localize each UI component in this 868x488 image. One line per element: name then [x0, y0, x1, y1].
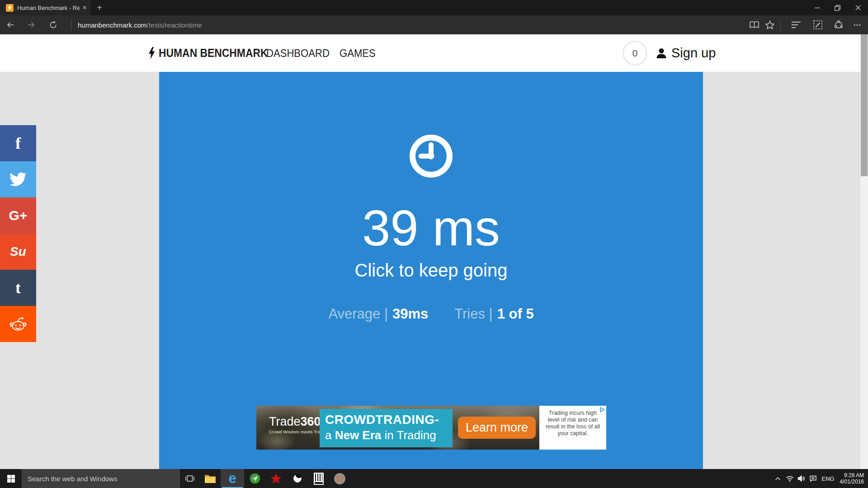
twitter-icon [9, 172, 27, 187]
new-tab-button[interactable]: + [90, 0, 108, 15]
edge-icon: e [228, 470, 236, 487]
share-facebook-button[interactable]: f [0, 125, 36, 161]
back-button[interactable] [3, 15, 18, 34]
nav-games[interactable]: GAMES [340, 34, 376, 72]
tray-clock[interactable]: 9:28 AM 4/01/2016 [837, 472, 868, 485]
share-twitter-button[interactable] [0, 161, 36, 197]
browser-tab[interactable]: Human Benchmark - Re ✕ [0, 0, 90, 15]
person-icon [656, 47, 667, 59]
chat-app-button[interactable] [329, 469, 350, 488]
page-scrollbar[interactable] [860, 34, 868, 469]
edge-taskbar-button[interactable]: e [221, 469, 244, 488]
address-bar: humanbenchmark.com/tests/reactiontime [0, 15, 868, 34]
volume-icon[interactable] [796, 469, 807, 488]
nav-dashboard[interactable]: DASHBOARD [266, 34, 330, 72]
clock-icon [159, 134, 703, 178]
refresh-button[interactable] [46, 15, 61, 34]
file-explorer-button[interactable] [200, 469, 221, 488]
more-actions-icon[interactable]: ••• [850, 15, 865, 34]
tumblr-icon: t [15, 280, 21, 296]
page-viewport: HUMAN BENCHMARK DASHBOARD GAMES 0 Sign u… [0, 34, 868, 469]
site-favicon-bolt-icon [6, 4, 14, 12]
share-reddit-button[interactable] [0, 306, 36, 342]
share-icon[interactable] [831, 15, 846, 34]
bolt-icon [148, 47, 156, 59]
tries-stat: Tries | 1 of 5 [454, 306, 533, 322]
star-app-button[interactable] [265, 469, 287, 488]
reading-view-icon[interactable] [746, 15, 762, 34]
red-star-app-icon [270, 473, 282, 484]
tab-close-icon[interactable]: ✕ [82, 5, 87, 11]
average-value: 39ms [392, 306, 428, 322]
share-googleplus-button[interactable]: G+ [0, 197, 36, 234]
media-player-button[interactable] [244, 469, 265, 488]
reaction-test-panel[interactable]: 39 ms Click to keep going Average | 39ms… [159, 72, 703, 469]
tries-value: 1 of 5 [497, 306, 534, 322]
ad-disclaimer: Trading incurs high level of risk and ca… [539, 406, 606, 450]
share-stumbleupon-button[interactable]: Su [0, 234, 36, 270]
facebook-icon: f [15, 135, 21, 151]
ad-headline-line1: CROWDTRADING- [325, 413, 453, 427]
green-globe-app-icon [249, 473, 261, 484]
social-share-rail: f G+ Su t [0, 125, 36, 342]
ad-banner[interactable]: Trade360 Crowd Wisdom meets Trading CROW… [256, 406, 606, 450]
url-field[interactable]: humanbenchmark.com/tests/reactiontime [78, 15, 202, 34]
stumbleupon-icon: Su [10, 245, 26, 258]
ad-cta-button[interactable]: Learn more [458, 417, 536, 439]
reaction-time-result: 39 ms [159, 199, 703, 258]
tray-chevron-icon[interactable] [772, 469, 784, 488]
score-badge[interactable]: 0 [623, 41, 647, 66]
tray-time: 9:28 AM [840, 472, 864, 479]
tray-date: 4/01/2016 [840, 479, 864, 485]
action-center-icon[interactable] [807, 469, 819, 488]
share-tumblr-button[interactable]: t [0, 270, 36, 306]
taskbar-search-input[interactable]: Search the web and Windows [22, 469, 180, 488]
average-label: Average | [328, 306, 388, 322]
signup-link[interactable]: Sign up [656, 34, 716, 72]
minimize-button[interactable] [807, 0, 827, 15]
restore-button[interactable] [827, 0, 848, 15]
tab-bar: Human Benchmark - Re ✕ + [0, 0, 868, 15]
windows-logo-icon [7, 475, 15, 483]
site-logo[interactable]: HUMAN BENCHMARK [148, 34, 283, 72]
windows-taskbar: Search the web and Windows e [0, 469, 868, 488]
ad-headline-line2: a New Era in Trading [325, 428, 453, 442]
reddit-icon [8, 316, 28, 332]
web-note-icon[interactable] [810, 15, 826, 34]
chat-bubble-app-icon [334, 473, 346, 485]
scrollbar-thumb[interactable] [861, 34, 868, 176]
average-stat: Average | 39ms [328, 306, 428, 322]
folder-icon [204, 474, 216, 483]
obs-app-icon [292, 473, 303, 484]
brand-name: HUMAN BENCHMARK [159, 46, 268, 60]
hub-icon[interactable] [788, 15, 804, 34]
barcode-app-button[interactable] [308, 469, 329, 488]
system-tray: ENG 9:28 AM 4/01/2016 [772, 469, 868, 488]
url-path: /tests/reactiontime [147, 21, 202, 29]
tries-label: Tries | [454, 306, 492, 322]
start-button[interactable] [0, 469, 22, 488]
toolbar-separator [780, 19, 781, 30]
task-view-icon [184, 474, 195, 483]
adchoices-icon[interactable] [599, 406, 606, 413]
signup-label: Sign up [671, 46, 716, 61]
stats-row: Average | 39ms Tries | 1 of 5 [159, 306, 703, 322]
obs-app-button[interactable] [287, 469, 308, 488]
site-header: HUMAN BENCHMARK DASHBOARD GAMES 0 Sign u… [0, 34, 868, 72]
google-plus-icon: G+ [9, 209, 28, 222]
wifi-icon[interactable] [784, 469, 796, 488]
task-view-button[interactable] [180, 469, 200, 488]
language-indicator[interactable]: ENG [819, 475, 837, 482]
continue-prompt: Click to keep going [159, 260, 703, 281]
edge-browser-window: Human Benchmark - Re ✕ + [0, 0, 868, 488]
forward-button[interactable] [24, 15, 39, 34]
address-separator [71, 19, 71, 30]
search-placeholder: Search the web and Windows [28, 475, 117, 483]
favorite-star-icon[interactable] [762, 15, 778, 34]
ad-headline-box: CROWDTRADING- a New Era in Trading [320, 409, 453, 447]
window-controls [807, 0, 868, 15]
tab-title: Human Benchmark - Re [17, 5, 80, 11]
url-host: humanbenchmark.com [78, 21, 147, 29]
close-window-button[interactable] [848, 0, 868, 15]
barcode-app-icon [314, 473, 324, 485]
